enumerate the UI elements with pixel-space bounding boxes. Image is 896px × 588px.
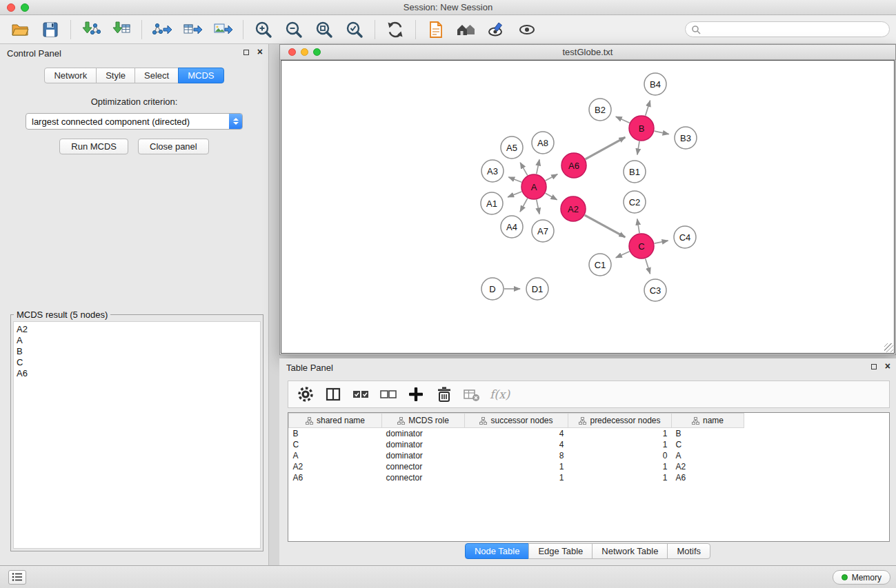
- graphics-details-button[interactable]: [515, 18, 539, 41]
- graph-node-D1[interactable]: D1: [526, 278, 548, 300]
- graph-edge-C-C1[interactable]: [616, 252, 630, 258]
- graph-edge-A2-C[interactable]: [585, 215, 626, 237]
- graph-edge-A-A6[interactable]: [546, 174, 557, 181]
- tab-network-table[interactable]: Network Table: [592, 543, 668, 559]
- graph-node-A7[interactable]: A7: [532, 220, 554, 242]
- zoom-in-button[interactable]: [251, 18, 276, 41]
- tab-node-table[interactable]: Node Table: [465, 543, 530, 559]
- graph-node-A1[interactable]: A1: [481, 192, 503, 214]
- graph-edge-B-B1[interactable]: [637, 141, 639, 155]
- graph-edge-A-A8[interactable]: [537, 159, 539, 174]
- float-control-panel-button[interactable]: [242, 48, 251, 57]
- graph-node-A[interactable]: A: [521, 174, 546, 199]
- run-mcds-button[interactable]: Run MCDS: [59, 139, 128, 154]
- tab-style[interactable]: Style: [96, 68, 135, 83]
- graph-node-C3[interactable]: C3: [644, 279, 666, 301]
- save-session-button[interactable]: [38, 18, 63, 41]
- column-header-name[interactable]: name: [672, 414, 744, 428]
- graph-edge-A-A4[interactable]: [520, 199, 528, 212]
- import-network-button[interactable]: [79, 18, 103, 41]
- network-window-titlebar[interactable]: testGlobe.txt: [280, 45, 895, 60]
- minimize-view-button[interactable]: [301, 48, 308, 56]
- export-image-button[interactable]: [210, 18, 235, 41]
- column-header-shared-name[interactable]: shared name: [289, 414, 382, 428]
- table-row[interactable]: A6connector11A6: [289, 472, 889, 483]
- vizmap-button[interactable]: [484, 18, 509, 41]
- column-header-mcds-role[interactable]: MCDS role: [382, 414, 465, 428]
- graph-edge-A6-B[interactable]: [586, 137, 626, 159]
- graph-node-B[interactable]: B: [629, 116, 654, 141]
- graph-edge-A-A7[interactable]: [537, 200, 539, 214]
- table-row[interactable]: Cdominator41C: [289, 439, 889, 450]
- graph-node-A8[interactable]: A8: [532, 132, 554, 154]
- column-header-successor-nodes[interactable]: successor nodes: [465, 414, 568, 428]
- mcds-result-item[interactable]: A6: [17, 368, 260, 379]
- graph-node-D[interactable]: D: [481, 278, 504, 300]
- graph-edge-A-A3[interactable]: [508, 177, 521, 182]
- delete-table-button[interactable]: [459, 383, 483, 405]
- home-button[interactable]: [454, 18, 479, 41]
- graph-node-C2[interactable]: C2: [624, 191, 646, 213]
- close-table-panel-button[interactable]: ×: [885, 362, 890, 371]
- graph-node-A2[interactable]: A2: [561, 196, 586, 221]
- graph-node-C[interactable]: C: [629, 234, 654, 258]
- zoom-view-button[interactable]: [313, 48, 321, 56]
- zoom-selected-button[interactable]: [342, 18, 367, 41]
- tab-edge-table[interactable]: Edge Table: [528, 543, 593, 559]
- graph-node-A4[interactable]: A4: [501, 216, 523, 238]
- network-canvas[interactable]: B4B2BB3A5A8A6B1A3AC2A1A2A4A7C4CC1C3DD1: [281, 60, 895, 354]
- graph-edge-C-C2[interactable]: [637, 219, 639, 234]
- apply-layout-button[interactable]: [383, 18, 408, 41]
- close-control-panel-button[interactable]: ×: [257, 48, 263, 57]
- tab-mcds[interactable]: MCDS: [178, 68, 223, 83]
- apply-function-button[interactable]: f(x): [487, 383, 512, 405]
- table-row[interactable]: Adominator80A: [289, 450, 889, 461]
- graph-edge-B-B2[interactable]: [616, 116, 630, 123]
- table-settings-button[interactable]: [294, 383, 317, 405]
- graph-node-B4[interactable]: B4: [644, 73, 666, 95]
- delete-column-button[interactable]: [432, 383, 455, 405]
- optimization-criterion-select[interactable]: largest connected component (directed): [26, 113, 243, 130]
- zoom-fit-button[interactable]: [312, 18, 337, 41]
- mcds-result-item[interactable]: C: [17, 357, 260, 368]
- graph-edge-A-A1[interactable]: [508, 192, 521, 197]
- add-column-button[interactable]: [404, 383, 428, 405]
- graph-node-B3[interactable]: B3: [675, 127, 697, 149]
- graph-edge-C-C3[interactable]: [646, 258, 650, 274]
- export-network-button[interactable]: [150, 18, 175, 41]
- table-row[interactable]: A2connector11A2: [289, 461, 889, 472]
- tab-network[interactable]: Network: [44, 68, 97, 83]
- resize-grip[interactable]: [884, 343, 893, 352]
- tab-motifs[interactable]: Motifs: [667, 543, 710, 559]
- zoom-window-button[interactable]: [21, 3, 29, 12]
- memory-button[interactable]: Memory: [833, 570, 890, 585]
- graph-edge-A-A2[interactable]: [546, 193, 557, 199]
- graph-node-C4[interactable]: C4: [674, 226, 696, 248]
- column-header-predecessor-nodes[interactable]: predecessor nodes: [568, 414, 672, 428]
- graph-edge-B-B3[interactable]: [655, 131, 669, 134]
- graph-edge-A-A5[interactable]: [520, 163, 527, 176]
- deselect-all-button[interactable]: [377, 383, 400, 405]
- table-row[interactable]: Bdominator41B: [289, 428, 889, 439]
- open-session-button[interactable]: [8, 18, 32, 41]
- export-table-button[interactable]: [180, 18, 205, 41]
- close-window-button[interactable]: [7, 3, 15, 12]
- graph-node-B2[interactable]: B2: [589, 99, 611, 121]
- import-table-button[interactable]: [109, 18, 134, 41]
- export-web-button[interactable]: [424, 18, 448, 41]
- tab-select[interactable]: Select: [135, 68, 179, 83]
- mcds-result-item[interactable]: A2: [17, 324, 260, 335]
- graph-edge-C-C4[interactable]: [655, 241, 668, 243]
- graph-node-B1[interactable]: B1: [624, 161, 646, 183]
- show-panels-button[interactable]: [8, 570, 26, 585]
- show-columns-button[interactable]: [321, 383, 345, 405]
- zoom-out-button[interactable]: [281, 18, 306, 41]
- graph-node-A6[interactable]: A6: [561, 153, 586, 178]
- float-table-panel-button[interactable]: [870, 362, 879, 371]
- graph-edge-B-B4[interactable]: [646, 101, 650, 116]
- select-all-button[interactable]: [349, 383, 372, 405]
- close-panel-button[interactable]: Close panel: [138, 139, 209, 154]
- search-input[interactable]: [704, 23, 884, 36]
- close-view-button[interactable]: [288, 48, 296, 56]
- mcds-result-item[interactable]: B: [17, 346, 260, 357]
